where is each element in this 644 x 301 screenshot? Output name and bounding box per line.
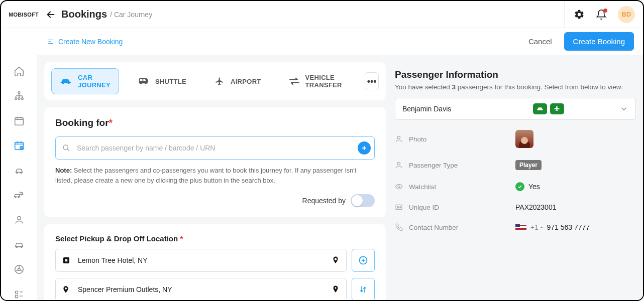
search-icon (62, 144, 70, 152)
tab-car-journey[interactable]: CAR JOURNEY (51, 68, 119, 94)
requested-by-label: Requested by (302, 197, 346, 205)
svg-point-24 (335, 287, 336, 288)
journey-type-tabs: CAR JOURNEY SHUTTLE AIRPORT VEHICLE TRAN… (44, 62, 386, 100)
row-photo: Photo (395, 130, 636, 148)
svg-rect-17 (16, 291, 18, 294)
nav-driver-icon[interactable] (12, 263, 26, 275)
svg-point-3 (22, 98, 24, 100)
passenger-photo (515, 130, 533, 148)
tab-vehicle-transfer[interactable]: VEHICLE TRANSFER (280, 69, 354, 94)
svg-point-0 (18, 92, 20, 94)
user-avatar[interactable]: BD (618, 6, 635, 23)
nav-home-icon[interactable] (12, 65, 26, 77)
notification-dot (603, 9, 607, 13)
photo-label: Photo (409, 135, 426, 143)
passenger-info-heading: Passenger Information (395, 69, 636, 80)
passenger-search-input[interactable] (55, 136, 375, 160)
pickup-marker-icon (62, 256, 71, 265)
add-stop-button[interactable] (352, 249, 375, 272)
map-pin-icon (331, 255, 340, 265)
cancel-button[interactable]: Cancel (528, 37, 552, 46)
svg-point-27 (398, 186, 400, 188)
map-pin-icon (331, 284, 340, 294)
uid-label: Unique ID (409, 204, 439, 211)
nav-calendar-icon[interactable] (12, 115, 26, 126)
photo-icon (395, 135, 403, 143)
app-header: MOBISOFT Bookings / Car Journey BD (1, 1, 643, 28)
shuttle-icon (138, 77, 150, 85)
booking-for-card: Booking for* Note: Select the passengers… (44, 107, 386, 217)
pickup-location-input[interactable]: Lemon Tree Hotel, NY (55, 249, 347, 272)
requested-by-toggle[interactable] (351, 194, 375, 207)
nav-vehicle-icon[interactable] (12, 239, 26, 250)
swap-locations-button[interactable] (352, 278, 375, 300)
action-bar: Create New Booking Cancel Create Booking (1, 28, 643, 55)
booking-for-heading: Booking for* (55, 117, 375, 128)
svg-point-22 (335, 258, 336, 259)
watchlist-label: Watchlist (409, 183, 436, 191)
nav-bookings-icon[interactable] (12, 139, 26, 151)
svg-point-25 (397, 136, 400, 139)
tab-shuttle[interactable]: SHUTTLE (130, 72, 194, 90)
contact-prefix: +1 - (530, 223, 543, 231)
svg-rect-21 (65, 259, 68, 262)
type-badge: Player (515, 160, 542, 170)
booking-note: Note: Select the passengers and co-passe… (55, 166, 375, 185)
nav-user-icon[interactable] (12, 214, 26, 225)
tab-car-label: CAR JOURNEY (78, 74, 111, 89)
svg-point-2 (18, 98, 20, 100)
watchlist-icon (395, 183, 403, 191)
nav-more-icon[interactable] (12, 288, 26, 300)
watchlist-value: Yes (528, 183, 540, 191)
dropoff-location-input[interactable]: Spencer Premium Outlets, NY (55, 278, 347, 300)
location-card: Select Pickup & Drop Off Location * Lemo… (44, 224, 386, 300)
nav-fleet-icon[interactable] (12, 189, 26, 201)
create-new-booking-label: Create New Booking (58, 38, 123, 46)
passenger-selector[interactable]: Benjamin Davis (395, 98, 636, 120)
nav-car-icon[interactable] (12, 165, 26, 176)
svg-point-19 (63, 145, 68, 149)
flag-us-icon (515, 224, 526, 231)
car-icon (60, 77, 73, 85)
check-icon (515, 182, 524, 191)
airport-icon (213, 77, 226, 86)
tab-airport[interactable]: AIRPORT (205, 72, 269, 91)
page-title: Bookings (61, 9, 107, 20)
svg-rect-28 (396, 205, 402, 209)
note-label: Note: (55, 167, 72, 174)
booking-for-text: Booking for (55, 117, 109, 128)
row-type: Passenger Type Player (395, 160, 636, 170)
svg-point-12 (18, 216, 21, 220)
side-nav (1, 55, 37, 300)
back-arrow-icon[interactable] (45, 9, 56, 20)
add-passenger-button[interactable] (358, 141, 371, 155)
svg-rect-5 (15, 142, 24, 150)
bell-icon[interactable] (596, 9, 607, 20)
create-booking-button[interactable]: Create Booking (564, 32, 634, 51)
svg-point-1 (15, 98, 17, 100)
breadcrumb: / Car Journey (110, 11, 152, 19)
nav-org-icon[interactable] (12, 90, 26, 101)
row-contact: Contact Number +1 -971 563 7777 (395, 223, 636, 231)
svg-point-16 (18, 268, 21, 271)
tab-vehicle-label: VEHICLE TRANSFER (305, 74, 346, 89)
selected-passenger-name: Benjamin Davis (402, 105, 530, 113)
more-tabs-button[interactable]: ••• (365, 72, 379, 90)
svg-point-26 (397, 163, 400, 165)
contact-label: Contact Number (409, 224, 458, 231)
id-icon (395, 203, 403, 211)
chevron-down-icon (619, 104, 628, 113)
svg-rect-18 (16, 295, 18, 298)
type-label: Passenger Type (409, 162, 458, 169)
gear-icon[interactable] (574, 9, 585, 20)
pickup-location-text: Lemon Tree Hotel, NY (78, 256, 148, 264)
phone-icon (395, 223, 403, 231)
tab-airport-label: AIRPORT (231, 78, 261, 85)
plane-tag-icon (550, 103, 564, 114)
create-new-booking-link[interactable]: Create New Booking (47, 38, 123, 46)
passenger-info-panel: Passenger Information You have selected … (395, 62, 636, 300)
transfer-icon (288, 77, 300, 85)
car-tag-icon (533, 103, 547, 114)
dropoff-location-text: Spencer Premium Outlets, NY (78, 285, 172, 293)
uid-value: PAX2023001 (515, 203, 556, 211)
